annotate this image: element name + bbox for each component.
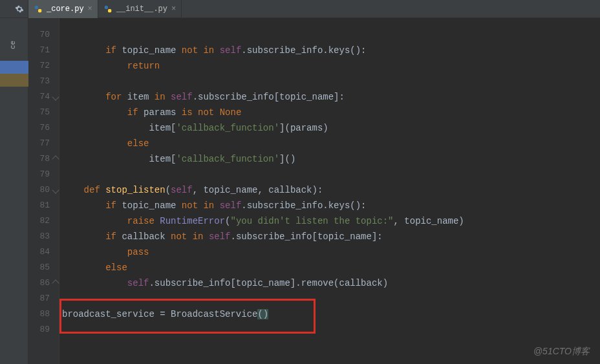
line-number: 84 xyxy=(28,244,59,260)
code-line[interactable]: self.subscribe_info[topic_name].remove(c… xyxy=(59,275,600,291)
line-number: 70 xyxy=(28,27,59,43)
code-line[interactable]: if params is not None xyxy=(59,105,600,120)
tab-_core-py[interactable]: _core.py× xyxy=(28,0,98,18)
fold-marker-icon[interactable] xyxy=(52,155,59,162)
code-line[interactable]: raise RuntimeError("you didn't listen th… xyxy=(59,213,600,229)
code-line[interactable] xyxy=(59,27,600,43)
line-number: 83 xyxy=(28,229,59,244)
code-line[interactable]: for item in self.subscribe_info[topic_na… xyxy=(59,89,600,105)
line-number: 78 xyxy=(28,151,59,167)
svg-rect-1 xyxy=(38,9,41,12)
svg-rect-3 xyxy=(108,9,111,12)
line-number: 79 xyxy=(28,167,59,182)
sidebar-label[interactable]: ce xyxy=(9,41,17,49)
python-file-icon xyxy=(34,5,43,14)
editor-tabs: _core.py×__init__.py× xyxy=(28,0,182,18)
line-number: 80 xyxy=(28,182,59,198)
fold-marker-icon[interactable] xyxy=(52,93,59,100)
tool-area xyxy=(0,0,28,18)
code-line[interactable]: broadcast_service = BroadcastService() xyxy=(59,306,600,322)
line-number: 88 xyxy=(28,306,59,322)
code-line[interactable] xyxy=(59,322,600,337)
svg-rect-2 xyxy=(105,5,108,8)
tab-label: _core.py xyxy=(47,5,84,14)
code-line[interactable] xyxy=(59,291,600,306)
code-line[interactable]: if topic_name not in self.subscribe_info… xyxy=(59,43,600,58)
top-bar: _core.py×__init__.py× xyxy=(0,0,600,18)
line-number: 86 xyxy=(28,275,59,291)
gear-icon[interactable] xyxy=(15,5,24,14)
code-line[interactable]: return xyxy=(59,58,600,74)
line-number: 73 xyxy=(28,74,59,89)
line-number: 85 xyxy=(28,260,59,275)
line-number: 71 xyxy=(28,43,59,58)
line-number: 75 xyxy=(28,105,59,120)
svg-rect-0 xyxy=(35,5,38,8)
code-line[interactable]: else xyxy=(59,136,600,151)
line-number: 89 xyxy=(28,322,59,337)
fold-marker-icon[interactable] xyxy=(52,279,59,286)
sidebar: ce xyxy=(0,18,28,364)
fold-marker-icon[interactable] xyxy=(52,186,59,193)
line-number: 72 xyxy=(28,58,59,74)
line-gutter: 7071727374757677787980818283848586878889 xyxy=(28,18,59,364)
line-number: 81 xyxy=(28,198,59,213)
code-line[interactable] xyxy=(59,167,600,182)
code-line[interactable]: pass xyxy=(59,244,600,260)
code-line[interactable]: if callback not in self.subscribe_info[t… xyxy=(59,229,600,244)
line-number: 77 xyxy=(28,136,59,151)
close-icon[interactable]: × xyxy=(88,5,92,14)
line-number: 74 xyxy=(28,89,59,105)
line-number: 76 xyxy=(28,120,59,136)
code-line[interactable] xyxy=(59,74,600,89)
tab-label: __init__.py xyxy=(116,5,167,14)
line-number: 87 xyxy=(28,291,59,306)
python-file-icon xyxy=(103,5,112,14)
code-editor[interactable]: if topic_name not in self.subscribe_info… xyxy=(59,18,600,364)
line-number: 82 xyxy=(28,213,59,229)
sidebar-row[interactable] xyxy=(0,74,28,87)
code-line[interactable]: item['callback_function'](params) xyxy=(59,120,600,136)
main-area: ce 7071727374757677787980818283848586878… xyxy=(0,18,600,364)
code-line[interactable]: item['callback_function']() xyxy=(59,151,600,167)
close-icon[interactable]: × xyxy=(171,5,176,14)
tab-__init__-py[interactable]: __init__.py× xyxy=(98,0,182,18)
code-line[interactable]: def stop_listen(self, topic_name, callba… xyxy=(59,182,600,198)
sidebar-selection[interactable] xyxy=(0,61,28,74)
code-line[interactable]: else xyxy=(59,260,600,275)
watermark: @51CTO博客 xyxy=(533,346,590,358)
code-line[interactable]: if topic_name not in self.subscribe_info… xyxy=(59,198,600,213)
